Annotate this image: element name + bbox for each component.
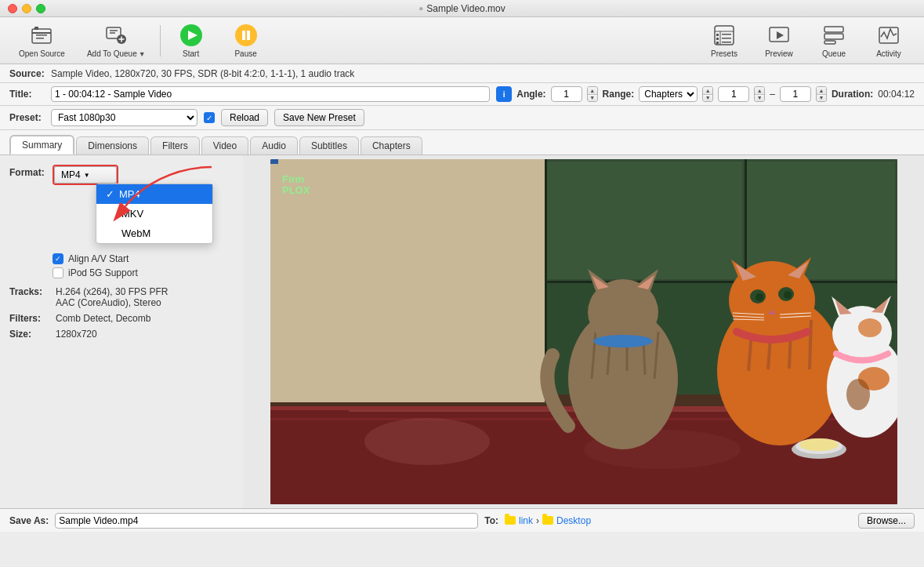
activity-button[interactable]: Activity (861, 20, 916, 61)
svg-point-13 (235, 24, 257, 46)
info-icon: i (503, 90, 505, 99)
range-end-stepper[interactable]: ▲ ▼ (816, 86, 827, 102)
svg-rect-15 (247, 31, 250, 40)
preset-row: Preset: Fast 1080p30 HQ 1080p30 Surround… (0, 106, 924, 130)
preview-button[interactable]: Preview (752, 20, 806, 61)
webm-label: WebM (121, 227, 150, 239)
save-new-preset-button[interactable]: Save New Preset (274, 109, 364, 126)
title-controls: i Angle: ▲ ▼ Range: Chapters Seconds Fra… (496, 86, 915, 102)
svg-rect-20 (722, 34, 731, 35)
tab-audio[interactable]: Audio (250, 136, 298, 154)
preview-icon (766, 23, 792, 48)
toolbar: Open Source Add To Queue ▼ (0, 17, 924, 64)
svg-rect-24 (722, 42, 731, 43)
preview-label: Preview (765, 49, 793, 58)
tab-audio-label: Audio (262, 140, 286, 151)
format-option-mp4[interactable]: ✓ MP4 (96, 184, 212, 204)
range-stepper[interactable]: ▲ ▼ (702, 86, 713, 102)
save-as-label: Save As: (9, 515, 49, 526)
browse-button[interactable]: Browse... (858, 513, 915, 529)
duration-value: 00:04:12 (878, 89, 915, 100)
destination-path[interactable]: link › Desktop (505, 515, 591, 526)
svg-rect-62 (270, 159, 278, 164)
tab-subtitles-label: Subtitles (311, 140, 347, 151)
checkmark-icon: ✓ (106, 188, 114, 200)
svg-line-67 (810, 320, 811, 369)
ipod-5g-label: iPod 5G Support (68, 267, 138, 278)
filters-row: Filters: Comb Detect, Decomb (9, 313, 234, 324)
range-end-input[interactable] (780, 86, 811, 102)
checkbox-area: ✓ Align A/V Start iPod 5G Support (53, 252, 234, 280)
tab-chapters[interactable]: Chapters (361, 136, 422, 154)
format-option-mkv[interactable]: MKV (96, 204, 212, 224)
angle-stepper[interactable]: ▲ ▼ (587, 86, 598, 102)
svg-rect-22 (722, 38, 731, 39)
video-preview: Firm PLOX (243, 155, 924, 508)
svg-point-61 (593, 335, 653, 347)
format-dropdown-button[interactable]: MP4 ▼ (54, 166, 117, 184)
tab-video[interactable]: Video (201, 136, 248, 154)
svg-rect-38 (547, 162, 742, 279)
toolbar-right: Presets Preview Queue (697, 20, 916, 61)
tracks-label: Tracks: (9, 286, 53, 297)
preset-checkbox[interactable]: ✓ (204, 112, 215, 123)
queue-button[interactable]: Queue (806, 20, 861, 61)
minimize-button[interactable] (22, 4, 31, 13)
maximize-button[interactable] (36, 4, 45, 13)
format-dropdown-menu: ✓ MP4 MKV WebM (96, 184, 213, 244)
angle-input[interactable] (551, 86, 582, 102)
align-av-checkbox[interactable]: ✓ (53, 253, 63, 264)
range-select[interactable]: Chapters Seconds Frames (639, 86, 698, 102)
add-to-queue-icon (103, 23, 129, 48)
tab-chapters-label: Chapters (372, 140, 411, 151)
svg-rect-29 (824, 41, 835, 44)
presets-label: Presets (711, 49, 737, 58)
title-row: Title: i Angle: ▲ ▼ Range: Chapters Seco… (0, 83, 924, 106)
reload-button[interactable]: Reload (221, 109, 268, 126)
range-start-stepper[interactable]: ▲ ▼ (754, 86, 765, 102)
tab-filters[interactable]: Filters (150, 136, 200, 154)
open-source-button[interactable]: Open Source (8, 20, 76, 61)
angle-label: Angle: (516, 89, 545, 100)
open-source-icon (29, 23, 54, 48)
format-option-webm[interactable]: WebM (96, 224, 212, 243)
to-label: To: (484, 515, 498, 526)
format-value: MP4 (61, 169, 81, 180)
range-start-input[interactable] (718, 86, 749, 102)
svg-rect-49 (270, 159, 545, 402)
align-av-row: ✓ Align A/V Start (53, 252, 234, 266)
pause-icon (234, 23, 259, 48)
preset-select[interactable]: Fast 1080p30 HQ 1080p30 Surround Super H… (51, 109, 197, 126)
stepper-down[interactable]: ▼ (588, 95, 597, 102)
tab-subtitles[interactable]: Subtitles (299, 136, 359, 154)
svg-rect-1 (32, 32, 51, 34)
start-button[interactable]: Start (164, 20, 219, 61)
format-arrow-icon: ▼ (84, 172, 90, 179)
svg-rect-21 (716, 38, 719, 40)
ipod-5g-checkbox[interactable] (53, 267, 63, 278)
title-label: Title: (9, 89, 45, 100)
svg-text:Firm: Firm (282, 173, 304, 185)
source-row: Source: Sample Video, 1280x720, 30 FPS, … (0, 64, 924, 83)
save-as-input[interactable] (55, 513, 478, 529)
close-button[interactable] (8, 4, 17, 13)
svg-point-94 (799, 438, 839, 451)
video-frame: Firm PLOX (270, 159, 897, 504)
tab-dimensions[interactable]: Dimensions (76, 136, 149, 154)
pause-button[interactable]: Pause (219, 20, 274, 61)
tab-summary[interactable]: Summary (9, 135, 74, 154)
add-to-queue-button[interactable]: Add To Queue ▼ (76, 20, 157, 61)
svg-point-75 (756, 293, 763, 301)
folder-icon (505, 516, 516, 525)
svg-point-76 (784, 291, 792, 299)
titlebar-dot: ● (419, 4, 423, 13)
stepper-up[interactable]: ▲ (588, 87, 597, 95)
activity-label: Activity (876, 49, 901, 58)
presets-button[interactable]: Presets (697, 20, 752, 61)
title-input[interactable] (51, 86, 490, 102)
align-av-label: Align A/V Start (68, 253, 129, 264)
traffic-lights (8, 4, 45, 13)
svg-rect-3 (36, 35, 47, 36)
title-info-button[interactable]: i (496, 86, 512, 102)
ipod-5g-row: iPod 5G Support (53, 266, 234, 280)
